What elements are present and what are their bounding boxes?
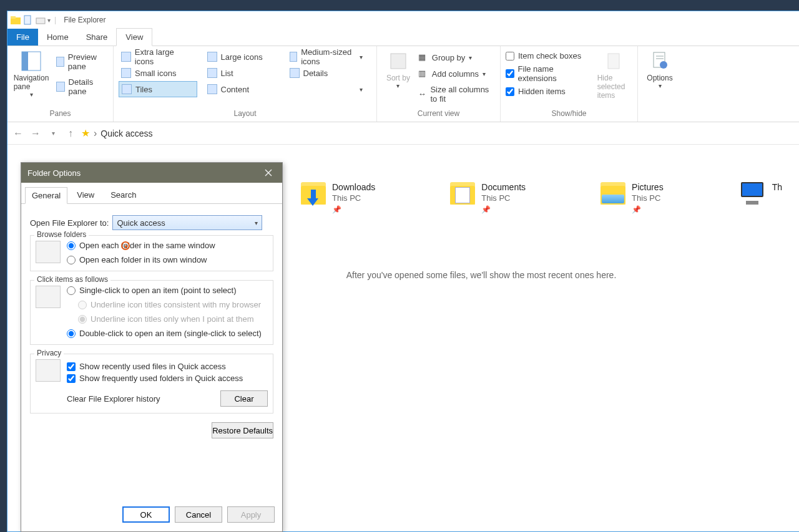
details-icon xyxy=(290,68,300,78)
label: Double-click to open an item (single-cli… xyxy=(79,329,262,338)
folder-location: This PC xyxy=(481,193,526,203)
dialog-title: Folder Options xyxy=(27,168,81,178)
layout-extra-large-icons[interactable]: Extra large icons xyxy=(119,49,197,65)
dialog-titlebar[interactable]: Folder Options xyxy=(21,163,282,183)
item-check-boxes-toggle[interactable]: Item check boxes xyxy=(506,51,592,60)
ok-button[interactable]: OK xyxy=(122,506,170,523)
app-icon xyxy=(10,14,21,26)
size-columns-button[interactable]: ↔Size all columns to fit xyxy=(418,84,495,105)
dialog-tab-search[interactable]: Search xyxy=(104,186,143,203)
restore-defaults-button[interactable]: Restore Defaults xyxy=(212,422,273,438)
dialog-button-row: OK Cancel Apply xyxy=(21,501,282,528)
folder-documents[interactable]: Documents This PC 📌 xyxy=(450,182,526,214)
layout-details[interactable]: Details xyxy=(287,65,366,81)
navigation-pane-button[interactable]: Navigation pane ▾ xyxy=(12,49,50,100)
options-button[interactable]: Options ▾ xyxy=(643,49,677,92)
file-name-extensions-toggle[interactable]: File name extensions xyxy=(506,64,592,83)
folder-pictures[interactable]: Pictures This PC 📌 xyxy=(600,182,664,214)
preview-pane-button[interactable]: Preview pane xyxy=(54,51,108,72)
chevron-down-icon: ▾ xyxy=(360,86,363,93)
svg-rect-3 xyxy=(36,18,45,24)
group-legend: Privacy xyxy=(34,349,64,357)
close-button[interactable] xyxy=(261,165,276,180)
radio-underline-browser: Underline icon titles consistent with my… xyxy=(78,300,262,309)
new-folder-icon[interactable] xyxy=(35,14,46,26)
radio-double-click[interactable]: Double-click to open an item (single-cli… xyxy=(67,329,262,338)
add-columns-button[interactable]: ▥Add columns ▾ xyxy=(418,67,495,80)
recent-locations-button[interactable]: ▾ xyxy=(46,127,60,140)
cancel-button[interactable]: Cancel xyxy=(175,506,222,523)
folder-downloads[interactable]: Downloads This PC 📌 xyxy=(301,182,375,214)
click-items-group: Click items as follows Single-click to o… xyxy=(30,280,273,345)
tab-file[interactable]: File xyxy=(7,29,38,46)
layout-more[interactable]: ▾ xyxy=(287,81,366,97)
layout-tiles[interactable]: Tiles xyxy=(119,81,197,97)
tab-share[interactable]: Share xyxy=(77,29,117,46)
dialog-tab-view[interactable]: View xyxy=(70,186,101,203)
label: Content xyxy=(221,85,250,94)
quick-access-star-icon[interactable]: ★ xyxy=(81,127,90,139)
small-icons-icon xyxy=(121,68,131,78)
dialog-tabs: General View Search xyxy=(21,183,282,204)
radio-own-window[interactable]: Open each folder in its own window xyxy=(67,255,215,264)
label: Hide selected items xyxy=(597,74,631,100)
dialog-tab-general[interactable]: General xyxy=(25,187,67,204)
layout-small-icons[interactable]: Small icons xyxy=(119,65,197,81)
group-by-button[interactable]: ▦Group by ▾ xyxy=(418,51,495,64)
layout-medium-icons[interactable]: Medium-sized icons ▾ xyxy=(287,49,366,65)
checkbox-frequent-folders[interactable]: Show frequently used folders in Quick ac… xyxy=(67,374,268,383)
radio-same-window[interactable]: Open each folder in the same window xyxy=(67,241,215,250)
back-button[interactable]: ← xyxy=(11,127,25,140)
sort-by-button[interactable]: Sort by ▾ xyxy=(382,49,414,92)
group-legend: Click items as follows xyxy=(34,275,110,284)
group-options: Options ▾ xyxy=(638,46,682,122)
folder-this-pc[interactable]: Th xyxy=(738,182,782,214)
label: Group by xyxy=(432,53,465,62)
qat-dropdown-icon[interactable]: ▾ xyxy=(47,17,51,24)
preview-pane-label: Preview pane xyxy=(68,52,105,71)
hide-selected-items-button[interactable]: Hide selected items xyxy=(596,49,632,102)
hidden-items-toggle[interactable]: Hidden items xyxy=(506,87,592,96)
details-pane-button[interactable]: Details pane xyxy=(54,76,108,97)
documents-folder-icon xyxy=(450,182,475,205)
up-button[interactable]: ↑ xyxy=(64,127,77,140)
label: Medium-sized icons xyxy=(301,47,356,66)
layout-large-icons[interactable]: Large icons xyxy=(205,49,280,65)
label: Open each folder in its own window xyxy=(79,255,207,264)
properties-icon[interactable] xyxy=(22,14,34,26)
label: Single-click to open an item (point to s… xyxy=(79,286,236,295)
folder-name: Th xyxy=(772,182,782,192)
clear-button[interactable]: Clear xyxy=(220,390,268,407)
checkbox-recent-files[interactable]: Show recently used files in Quick access xyxy=(67,362,268,371)
privacy-group: Privacy Show recently used files in Quic… xyxy=(30,354,273,414)
tab-view[interactable]: View xyxy=(116,28,152,46)
close-icon xyxy=(265,169,272,177)
label: Open each folder in the same window xyxy=(79,241,215,250)
chevron-down-icon: ▾ xyxy=(469,54,472,61)
browse-folders-group: Browse folders Open each folder in the s… xyxy=(30,235,273,271)
recent-files-message: After you've opened some files, we'll sh… xyxy=(301,270,662,280)
group-panes: Navigation pane ▾ Preview pane Details p… xyxy=(7,46,114,122)
breadcrumb-quick-access[interactable]: Quick access xyxy=(100,128,152,138)
large-icons-icon xyxy=(207,52,217,62)
label: Underline icon titles only when I point … xyxy=(91,314,254,324)
layout-list[interactable]: List xyxy=(205,65,280,81)
apply-button[interactable]: Apply xyxy=(227,506,275,523)
dialog-body: Open File Explorer to: Quick access ▾ Br… xyxy=(21,204,282,445)
label: Show recently used files in Quick access xyxy=(79,362,226,371)
forward-button[interactable]: → xyxy=(29,127,42,140)
group-layout: Extra large icons Large icons Medium-siz… xyxy=(114,46,377,122)
label: Add columns xyxy=(432,69,479,79)
size-columns-icon: ↔ xyxy=(418,89,427,99)
group-current-view: Sort by ▾ ▦Group by ▾ ▥Add columns ▾ ↔Si… xyxy=(377,46,501,122)
radio-single-click[interactable]: Single-click to open an item (point to s… xyxy=(67,286,262,295)
this-pc-icon xyxy=(738,182,766,205)
add-columns-icon: ▥ xyxy=(418,69,428,79)
tab-home[interactable]: Home xyxy=(38,29,77,46)
details-pane-label: Details pane xyxy=(69,77,105,96)
details-pane-icon xyxy=(56,82,65,92)
label: Hidden items xyxy=(518,87,566,96)
open-explorer-to-dropdown[interactable]: Quick access ▾ xyxy=(112,215,262,230)
privacy-icon xyxy=(36,359,61,382)
layout-content[interactable]: Content xyxy=(205,81,280,97)
